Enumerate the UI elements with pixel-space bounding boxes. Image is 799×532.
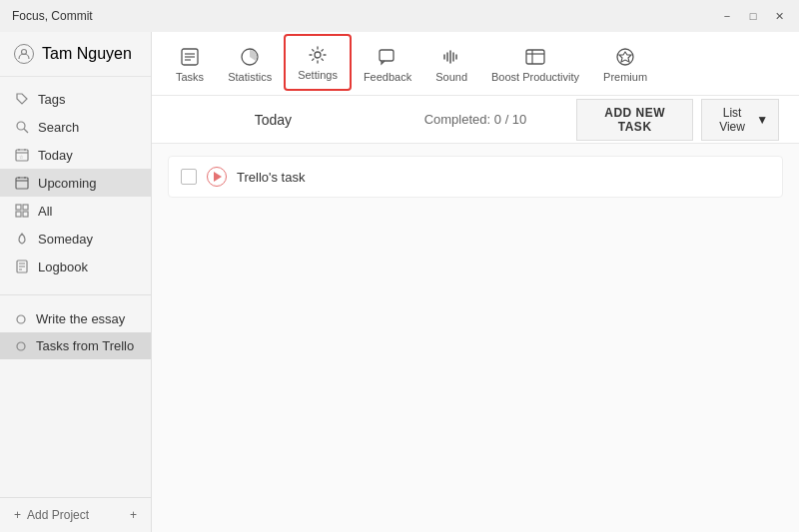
tasks-icon: [179, 46, 201, 68]
project-tasks-from-trello[interactable]: Tasks from Trello: [0, 332, 151, 359]
sidebar-item-all[interactable]: All: [0, 197, 151, 225]
add-project-button[interactable]: + Add Project: [14, 508, 89, 522]
tab-boost-label: Boost Productivity: [491, 71, 579, 83]
sidebar: Tam Nguyen Tags Search ☆ Today: [0, 32, 152, 532]
tag-icon: [14, 91, 30, 107]
sidebar-item-tags-label: Tags: [38, 92, 65, 107]
completed-fraction: 0 / 10: [494, 112, 527, 127]
sidebar-item-today-label: Today: [38, 148, 73, 163]
today-label: Today: [172, 112, 375, 128]
content-header: Today Completed: 0 / 10 ADD NEW TASK Lis…: [152, 96, 799, 144]
sidebar-item-someday-label: Someday: [38, 232, 93, 247]
svg-point-20: [17, 315, 25, 323]
close-button[interactable]: ✕: [767, 4, 791, 28]
task-name: Trello's task: [237, 170, 305, 185]
settings-icon: [307, 44, 329, 66]
task-play-button[interactable]: [207, 167, 227, 187]
today-icon: ☆: [14, 147, 30, 163]
toolbar: Tasks Statistics Settings Feedback: [152, 32, 799, 96]
sidebar-item-all-label: All: [38, 204, 52, 219]
tab-sound-label: Sound: [435, 71, 467, 83]
svg-point-27: [315, 52, 321, 58]
sidebar-item-tags[interactable]: Tags: [0, 85, 151, 113]
tab-feedback[interactable]: Feedback: [352, 38, 423, 91]
sidebar-item-someday[interactable]: Someday: [0, 225, 151, 253]
project-write-essay-label: Write the essay: [36, 311, 125, 326]
tab-premium-label: Premium: [603, 71, 647, 83]
maximize-button[interactable]: □: [741, 4, 765, 28]
project-circle-icon: [14, 312, 28, 326]
sidebar-item-logbook[interactable]: Logbook: [0, 253, 151, 280]
completed-text: Completed:: [424, 112, 490, 127]
chevron-down-icon: ▼: [756, 113, 768, 127]
svg-point-21: [17, 342, 25, 350]
svg-rect-14: [16, 212, 21, 217]
sidebar-item-logbook-label: Logbook: [38, 260, 88, 274]
statistics-icon: [239, 46, 261, 68]
add-icon: +: [130, 508, 137, 522]
all-icon: [14, 203, 30, 219]
sound-icon: [440, 46, 462, 68]
user-avatar: [14, 44, 34, 64]
project-trello-icon: [14, 339, 28, 353]
sidebar-item-search-label: Search: [38, 120, 79, 135]
app-body: Tam Nguyen Tags Search ☆ Today: [0, 32, 799, 532]
sidebar-item-today[interactable]: ☆ Today: [0, 141, 151, 169]
table-row[interactable]: Trello's task: [168, 156, 783, 198]
user-name: Tam Nguyen: [42, 45, 132, 63]
main-content: Tasks Statistics Settings Feedback: [152, 32, 799, 532]
tab-tasks[interactable]: Tasks: [164, 38, 216, 91]
play-triangle-icon: [214, 172, 222, 182]
sidebar-item-search[interactable]: Search: [0, 113, 151, 141]
add-project-label: Add Project: [27, 508, 89, 522]
add-item-button[interactable]: +: [130, 508, 137, 522]
list-view-label: List View: [712, 106, 752, 134]
svg-rect-13: [23, 205, 28, 210]
svg-point-1: [17, 122, 25, 130]
title-bar: Focus, Commit − □ ✕: [0, 0, 799, 32]
sidebar-projects: Write the essay Tasks from Trello: [0, 301, 151, 497]
project-tasks-from-trello-label: Tasks from Trello: [36, 338, 134, 353]
sidebar-nav: Tags Search ☆ Today Upcoming: [0, 77, 151, 288]
svg-rect-15: [23, 212, 28, 217]
svg-rect-28: [380, 50, 394, 61]
completed-label: Completed: 0 / 10: [375, 112, 577, 127]
premium-icon: [614, 46, 636, 68]
list-view-button[interactable]: List View ▼: [701, 99, 779, 141]
app-title: Focus, Commit: [12, 9, 93, 23]
tab-tasks-label: Tasks: [176, 71, 204, 83]
upcoming-icon: [14, 175, 30, 191]
sidebar-item-upcoming-label: Upcoming: [38, 176, 97, 191]
plus-icon: +: [14, 508, 21, 522]
sidebar-footer: + Add Project +: [0, 497, 151, 532]
tab-feedback-label: Feedback: [364, 71, 411, 83]
sidebar-user[interactable]: Tam Nguyen: [0, 32, 151, 77]
tab-settings[interactable]: Settings: [284, 34, 352, 91]
svg-rect-8: [16, 178, 28, 189]
task-list: Trello's task: [152, 144, 799, 532]
tab-premium[interactable]: Premium: [591, 38, 659, 91]
tab-statistics[interactable]: Statistics: [216, 38, 284, 91]
svg-rect-34: [526, 50, 544, 64]
tab-settings-label: Settings: [298, 69, 338, 81]
feedback-icon: [377, 46, 399, 68]
svg-line-2: [24, 129, 28, 133]
logbook-icon: [14, 259, 30, 274]
task-checkbox[interactable]: [181, 169, 197, 185]
add-task-button[interactable]: ADD NEW TASK: [576, 99, 693, 141]
tab-statistics-label: Statistics: [228, 71, 272, 83]
search-icon: [14, 119, 30, 135]
sidebar-item-upcoming[interactable]: Upcoming: [0, 169, 151, 197]
someday-icon: [14, 231, 30, 247]
tab-sound[interactable]: Sound: [423, 38, 479, 91]
boost-icon: [524, 46, 546, 68]
svg-text:☆: ☆: [19, 154, 24, 160]
svg-rect-12: [16, 205, 21, 210]
project-write-essay[interactable]: Write the essay: [0, 305, 151, 332]
minimize-button[interactable]: −: [715, 4, 739, 28]
sidebar-divider: [0, 294, 151, 295]
window-controls: − □ ✕: [715, 4, 791, 28]
header-actions: ADD NEW TASK List View ▼: [576, 99, 779, 141]
tab-boost-productivity[interactable]: Boost Productivity: [479, 38, 591, 91]
